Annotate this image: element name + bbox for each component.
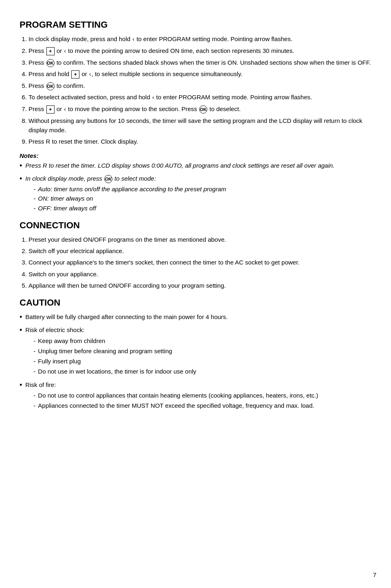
step-2: Press + or ‹ to move the pointing arrow … (29, 46, 371, 56)
plus-icon-2: + (71, 70, 79, 79)
conn-step-2: Switch off your electrical appliance. (29, 246, 371, 256)
caution-shock-sub-1: - Keep away from children (33, 336, 371, 345)
notes-heading: Notes: (20, 152, 371, 159)
ok-icon: OK (46, 59, 55, 67)
caution-dot-3: • (20, 380, 22, 390)
step-6-text-after: to enter PROGRAM setting mode. Pointing … (154, 94, 312, 101)
step-1-text-after: to enter PROGRAM setting mode. Pointing … (135, 35, 292, 42)
step-2-text-after: to move the pointing arrow to desired ON… (66, 47, 294, 54)
conn-step-1: Preset your desired ON/OFF programs on t… (29, 235, 371, 244)
notes-sub-2: - ON: timer always on (33, 194, 371, 203)
step-6-text: To deselect activated section, press and… (29, 94, 152, 101)
notes-bullet-1: • Press R to reset the timer. LCD displa… (20, 161, 371, 171)
caution-shock-label: Risk of electric shock: (25, 326, 84, 333)
bullet-dot-1: • (20, 161, 22, 171)
notes-sub-1: - Auto: timer turns on/off the appliance… (33, 184, 371, 194)
notes-bullet-1-text: Press R to reset the timer. LCD display … (25, 161, 371, 170)
bullet-dot-2: • (20, 174, 22, 184)
step-3-text-after: to confirm. The sections shaded black sh… (55, 59, 371, 66)
program-setting-list: In clock display mode, press and hold ‹ … (20, 34, 371, 146)
step-4-text: Press and hold (29, 70, 71, 77)
arrow-left-icon-5: ‹ (64, 105, 66, 114)
conn-step-3: Connect your appliance's to the timer's … (29, 258, 371, 267)
step-7-text-mid: to move the pointing arrow to the sectio… (66, 105, 199, 112)
caution-shock-sub-3: - Fully insert plug (33, 356, 371, 366)
notes-bullet-2: • In clock display mode, press OK to sel… (20, 174, 371, 213)
plus-icon-3: + (46, 105, 55, 114)
notes-section: Notes: • Press R to reset the timer. LCD… (20, 152, 371, 213)
arrow-left-icon-2: ‹ (64, 47, 66, 56)
notes-bullet-2-text: In clock display mode, press OK to selec… (25, 174, 371, 213)
step-5-press: Press (29, 82, 46, 89)
arrow-left-icon: ‹ (132, 35, 134, 44)
connection-heading: CONNECTION (20, 220, 371, 231)
step-8: Without pressing any buttons for 10 seco… (29, 116, 371, 135)
caution-shock-sub-2: - Unplug timer before cleaning and progr… (33, 346, 371, 356)
conn-step-4: Switch on your appliance. (29, 269, 371, 279)
caution-text-1: Battery will be fully charged after conn… (25, 312, 371, 321)
notes-sub-3: - OFF: timer always off (33, 203, 371, 213)
ok-icon-2: OK (46, 82, 55, 90)
caution-shock-subs: - Keep away from children - Unplug timer… (25, 336, 371, 376)
step-2-press: Press (29, 47, 46, 54)
step-7-press: Press (29, 105, 46, 112)
ok-icon-notes: OK (104, 175, 112, 183)
step-4: Press and hold + or ‹, to select multipl… (29, 69, 371, 79)
caution-fire-label: Risk of fire: (25, 381, 56, 388)
step-7-text-after: to deselect. (208, 105, 241, 112)
caution-text-3: Risk of fire: - Do not use to control ap… (25, 380, 371, 411)
step-3-press: Press (29, 59, 46, 66)
page-number: 7 (373, 571, 376, 578)
caution-fire-sub-1: - Do not use to control appliances that … (33, 391, 371, 400)
arrow-left-icon-4: ‹ (152, 93, 154, 102)
notes-sub-bullets: - Auto: timer turns on/off the appliance… (25, 184, 371, 213)
connection-list: Preset your desired ON/OFF programs on t… (20, 235, 371, 290)
caution-fire-sub-2: - Appliances connected to the timer MUST… (33, 401, 371, 410)
step-1: In clock display mode, press and hold ‹ … (29, 34, 371, 44)
step-4-text-after: , to select multiple sections in sequenc… (92, 70, 243, 77)
plus-icon: + (46, 47, 55, 55)
caution-bullet-1: • Battery will be fully charged after co… (20, 312, 371, 322)
step-9: Press R to reset the timer. Clock displa… (29, 137, 371, 146)
step-7: Press + or ‹ to move the pointing arrow … (29, 104, 371, 114)
ok-icon-3: OK (199, 105, 207, 114)
step-5: Press OK to confirm. (29, 81, 371, 90)
caution-dot-2: • (20, 325, 22, 335)
arrow-left-icon-3: ‹ (89, 70, 91, 79)
step-1-text-before: In clock display mode, press and hold (29, 35, 132, 42)
caution-dot-1: • (20, 312, 22, 322)
caution-shock-sub-4: - Do not use in wet locations, the timer… (33, 367, 371, 376)
step-5-text-after: to confirm. (55, 82, 85, 89)
program-setting-heading: PROGRAM SETTING (20, 20, 371, 30)
caution-bullet-3: • Risk of fire: - Do not use to control … (20, 380, 371, 411)
step-3: Press OK to confirm. The sections shaded… (29, 58, 371, 67)
caution-bullet-2: • Risk of electric shock: - Keep away fr… (20, 325, 371, 377)
caution-fire-subs: - Do not use to control appliances that … (25, 391, 371, 411)
conn-step-5: Appliance will then be turned ON/OFF acc… (29, 281, 371, 290)
step-6: To deselect activated section, press and… (29, 92, 371, 102)
caution-text-2: Risk of electric shock: - Keep away from… (25, 325, 371, 377)
caution-heading: CAUTION (20, 297, 371, 308)
